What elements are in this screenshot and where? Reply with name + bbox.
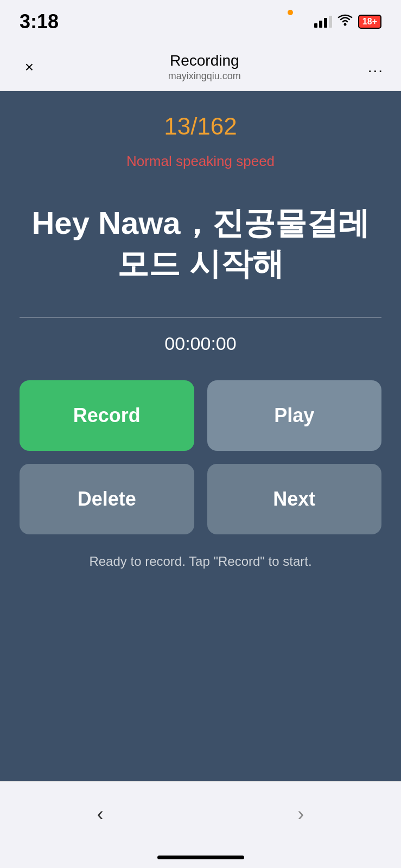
phrase-text: Hey Nawa，진공물걸레모드 시작해 [20, 202, 381, 284]
nav-title: Recording [168, 52, 241, 69]
home-indicator [0, 846, 401, 868]
bottom-nav: ‹ › [0, 781, 401, 846]
status-icons: 18+ [314, 14, 381, 29]
buttons-grid: Record Play Delete Next [20, 380, 381, 534]
nav-bar: × Recording mayixingqiu.com ... [0, 43, 401, 91]
battery-icon: 18+ [358, 15, 381, 29]
more-button[interactable]: ... [368, 59, 384, 76]
wifi-icon [338, 14, 353, 29]
next-button[interactable]: Next [207, 464, 382, 534]
main-content: 13/162 Normal speaking speed Hey Nawa，진공… [0, 91, 401, 781]
divider [20, 317, 381, 318]
progress-text: 13/162 [164, 113, 237, 140]
prev-arrow[interactable]: ‹ [78, 794, 123, 834]
nav-title-block: Recording mayixingqiu.com [168, 52, 241, 82]
timer-display: 00:00:00 [164, 333, 236, 354]
status-hint: Ready to record. Tap "Record" to start. [89, 554, 311, 569]
next-arrow[interactable]: › [278, 794, 323, 834]
notification-dot [288, 10, 293, 15]
delete-button[interactable]: Delete [20, 464, 194, 534]
signal-icon [314, 16, 332, 28]
close-button[interactable]: × [17, 55, 41, 79]
status-time: 3:18 [20, 10, 59, 33]
home-bar [157, 856, 244, 859]
nav-subtitle: mayixingqiu.com [168, 71, 241, 82]
status-bar: 3:18 18+ [0, 0, 401, 43]
play-button[interactable]: Play [207, 380, 382, 451]
speed-label: Normal speaking speed [126, 153, 275, 170]
svg-point-0 [343, 23, 346, 26]
record-button[interactable]: Record [20, 380, 194, 451]
